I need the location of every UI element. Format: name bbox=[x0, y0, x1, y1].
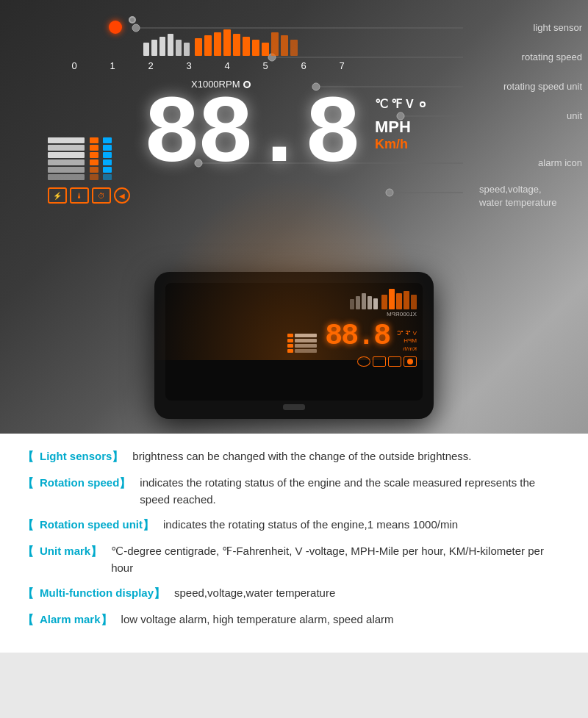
alarm-icon-label: alarm icon bbox=[538, 156, 582, 169]
alarm-mark-label: Alarm mark bbox=[40, 611, 101, 629]
rotating-speed-unit-label: rotating speed unit bbox=[503, 79, 582, 93]
alarm-icon-3: ⏱ bbox=[92, 187, 111, 204]
light-sensors-label: Light sensors bbox=[40, 448, 112, 466]
info-row-unit-mark: 【 Unit mark 】 ℃-degree centigrade, ℉-Fah… bbox=[22, 543, 566, 576]
light-sensor-connector-dot bbox=[129, 16, 136, 24]
bracket-close-5: 】 bbox=[154, 585, 165, 603]
light-sensors-content: brightness can be changed with the chang… bbox=[132, 448, 566, 466]
unit-label: unit bbox=[567, 109, 582, 122]
bracket-close-3: 】 bbox=[143, 517, 154, 534]
physical-device: X1000RPM V ℉ ℃MPHKm\h 8.88 bbox=[154, 272, 434, 419]
svg-point-11 bbox=[386, 189, 393, 196]
bracket-open-5: 【 bbox=[22, 585, 34, 603]
multi-function-label: Multi-function display bbox=[40, 585, 154, 603]
alarm-icon-4: ◀ bbox=[114, 187, 130, 204]
bracket-close-1: 】 bbox=[112, 448, 123, 466]
info-row-rotation-speed-unit: 【 Rotation speed unit 】 indicates the ro… bbox=[22, 517, 566, 534]
device-screen: X1000RPM V ℉ ℃MPHKm\h 8.88 bbox=[165, 283, 423, 401]
rpm-numbers: 0 1 2 3 4 5 6 7 bbox=[55, 60, 361, 71]
info-row-light-sensors: 【 Light sensors 】 brightness can be chan… bbox=[22, 448, 566, 466]
alarm-mark-content: low voltage alarm, high temperature alar… bbox=[121, 611, 566, 629]
alarm-icon-1: ⚡ bbox=[48, 187, 67, 204]
hud-display-section: light sensor rotating speed rotating spe… bbox=[0, 0, 588, 434]
main-speed-display: 88.8 bbox=[143, 88, 358, 184]
info-row-alarm-mark: 【 Alarm mark 】 low voltage alarm, high t… bbox=[22, 611, 566, 629]
info-section: 【 Light sensors 】 brightness can be chan… bbox=[0, 434, 588, 653]
light-sensor-label: light sensor bbox=[534, 21, 582, 34]
rotation-speed-label: Rotation speed bbox=[40, 475, 119, 508]
device-usb-port bbox=[283, 404, 305, 410]
equalizer-bars bbox=[48, 107, 112, 180]
bracket-open-4: 【 bbox=[22, 543, 34, 576]
bracket-open-6: 【 bbox=[22, 611, 34, 629]
alarm-icon-2: 🌡 bbox=[70, 187, 89, 204]
multi-function-content: speed,voltage,water temperature bbox=[174, 585, 566, 603]
unit-mark-label: Unit mark bbox=[40, 543, 90, 576]
rpm-gauge-bars bbox=[143, 29, 298, 56]
svg-point-6 bbox=[132, 24, 140, 32]
bracket-open-3: 【 bbox=[22, 517, 34, 534]
speed-voltage-water-label: speed,voltage, water temperature bbox=[479, 182, 582, 209]
bracket-close-4: 】 bbox=[90, 543, 102, 576]
light-sensor-indicator bbox=[109, 21, 122, 34]
rotation-speed-content: indicates the rotating status of the eng… bbox=[140, 475, 566, 508]
rotation-speed-unit-label: Rotation speed unit bbox=[40, 517, 143, 534]
rotation-speed-unit-content: indicates the rotating status of the eng… bbox=[163, 517, 566, 534]
bracket-close-6: 】 bbox=[101, 611, 112, 629]
temp-unit-display: ℃ ℉ V bbox=[375, 97, 426, 111]
bracket-close-2: 】 bbox=[119, 475, 131, 508]
rotating-speed-label: rotating speed bbox=[522, 50, 582, 63]
bracket-open-2: 【 bbox=[22, 475, 34, 508]
info-row-multi-function: 【 Multi-function display 】 speed,voltage… bbox=[22, 585, 566, 603]
bracket-open-1: 【 bbox=[22, 448, 34, 466]
alarm-icons-row: ⚡ 🌡 ⏱ ◀ bbox=[48, 187, 130, 204]
unit-mark-content: ℃-degree centigrade, ℉-Fahrenheit, V -vo… bbox=[111, 543, 566, 576]
info-row-rotation-speed: 【 Rotation speed 】 indicates the rotatin… bbox=[22, 475, 566, 508]
speed-unit-display: MPH Km/h bbox=[375, 118, 411, 152]
